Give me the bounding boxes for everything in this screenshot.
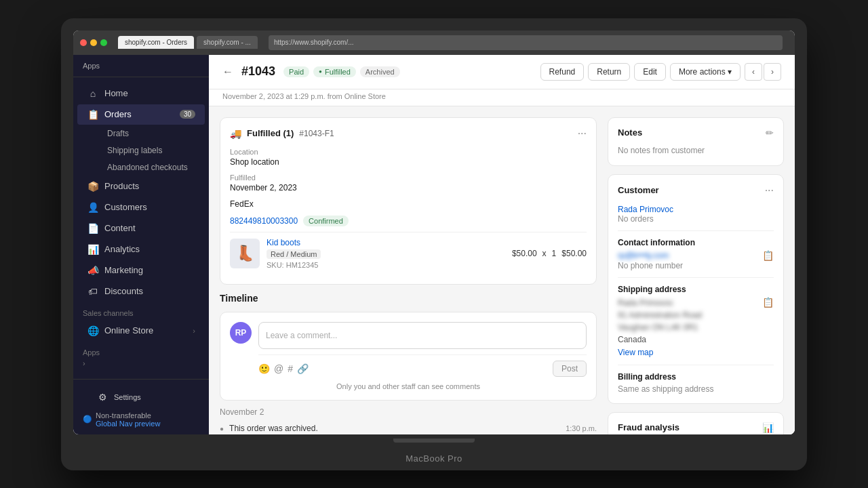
nav-arrows: ‹ › [745, 63, 781, 81]
close-dot[interactable] [80, 39, 87, 46]
at-icon[interactable]: @ [274, 363, 283, 374]
content-icon: 📄 [87, 223, 99, 234]
sidebar-item-analytics[interactable]: 📊 Analytics [77, 239, 205, 260]
back-button[interactable]: ← [222, 66, 233, 78]
timeline-event-row: ● This order was archived. 1:30 p.m. [220, 420, 597, 434]
shipping-name: Rada Primovoc [618, 297, 702, 309]
timeline-time: 1:30 p.m. [566, 424, 597, 432]
minimize-dot[interactable] [90, 39, 97, 46]
customer-orders: No orders [618, 214, 774, 224]
shipping-section-title: Shipping address [618, 285, 774, 294]
fulfillment-id: #1043-F1 [299, 129, 334, 138]
main-content: ← #1043 Paid Fulfilled Archived Refund R… [209, 55, 795, 434]
sales-channels-label: Sales channels [73, 302, 209, 320]
customer-email[interactable]: rp@k•••ly.com [618, 251, 669, 260]
sidebar-item-shipping-labels[interactable]: Shipping labels [100, 142, 205, 159]
settings-icon: ⚙ [96, 392, 108, 403]
location-row: Location Shop location [230, 148, 587, 167]
sidebar-label-products: Products [104, 181, 195, 191]
carrier-row: FedEx [230, 199, 587, 209]
action-buttons: Refund Return Edit More actions ▾ ‹ › [540, 63, 781, 81]
sidebar-label-drafts: Drafts [107, 129, 198, 138]
attachment-icon[interactable]: 🔗 [297, 363, 309, 374]
edit-button[interactable]: Edit [634, 63, 666, 81]
maximize-dot[interactable] [100, 39, 107, 46]
non-transferable-label: Non-transferable [96, 411, 160, 420]
sidebar-label-abandoned: Abandoned checkouts [107, 163, 198, 172]
sidebar-item-online-store[interactable]: 🌐 Online Store › [77, 321, 205, 341]
sidebar-item-discounts[interactable]: 🏷 Discounts [77, 281, 205, 302]
fraud-report-icon[interactable]: 📊 [762, 422, 774, 433]
next-order-button[interactable]: › [764, 63, 781, 81]
products-icon: 📦 [87, 181, 99, 192]
product-details: Kid boots Red / Medium SKU: HM12345 [267, 238, 505, 269]
fulfilled-badge: Fulfilled [313, 66, 356, 77]
product-image: 👢 [230, 239, 260, 268]
sidebar-item-drafts[interactable]: Drafts [100, 125, 205, 142]
carrier-name: FedEx [230, 199, 587, 209]
browser-tabs: shopify.com - Orders shopify.com - ... [118, 36, 258, 49]
product-pricing: $50.00 x 1 $50.00 [512, 249, 587, 258]
refund-button[interactable]: Refund [540, 63, 585, 81]
apps-expand[interactable]: › [73, 359, 209, 370]
more-actions-label: More actions [679, 67, 726, 77]
discounts-icon: 🏷 [87, 286, 99, 297]
billing-section-title: Billing address [618, 372, 774, 382]
home-icon: ⌂ [87, 88, 99, 99]
edit-icon[interactable]: ✏ [766, 127, 774, 138]
prev-order-button[interactable]: ‹ [745, 63, 762, 81]
chevron-down-icon: ▾ [728, 67, 732, 77]
tracking-row: 882449810003300 Confirmed [230, 216, 587, 226]
location-value: Shop location [230, 157, 587, 167]
fulfilled-card-menu[interactable]: ··· [578, 127, 587, 140]
order-subtitle: November 2, 2023 at 1:29 p.m. from Onlin… [222, 92, 386, 100]
return-button[interactable]: Return [588, 63, 630, 81]
comment-box: RP Leave a comment... [230, 322, 587, 349]
global-nav-label: Global Nav preview [96, 420, 160, 428]
sidebar-item-home[interactable]: ⌂ Home [77, 83, 205, 104]
timeline-card: RP Leave a comment... 🙂 @ # 🔗 [220, 312, 597, 401]
emoji-icon[interactable]: 🙂 [258, 363, 270, 374]
sidebar-item-settings[interactable]: ⚙ Settings [87, 387, 195, 407]
sidebar-label-shipping: Shipping labels [107, 146, 198, 155]
online-store-icon: 🌐 [87, 325, 99, 336]
notes-title: Notes [618, 127, 642, 138]
sidebar-item-customers[interactable]: 👤 Customers [77, 197, 205, 218]
tab-active[interactable]: shopify.com - Orders [118, 36, 194, 49]
copy-email-icon[interactable]: 📋 [762, 250, 774, 261]
archived-badge: Archived [360, 66, 400, 77]
sidebar-item-abandoned[interactable]: Abandoned checkouts [100, 159, 205, 176]
customer-card: Customer ··· Rada Primovoc No orders Con… [608, 174, 784, 404]
product-item: 👢 Kid boots Red / Medium SKU: HM12345 $5… [230, 232, 587, 274]
customer-name[interactable]: Rada Primovoc [618, 205, 774, 214]
copy-address-icon[interactable]: 📋 [762, 297, 774, 308]
sidebar-item-products[interactable]: 📦 Products [77, 176, 205, 197]
hashtag-icon[interactable]: # [288, 363, 293, 374]
sidebar-item-marketing[interactable]: 📣 Marketing [77, 260, 205, 281]
more-actions-button[interactable]: More actions ▾ [670, 63, 741, 81]
fraud-card-header: Fraud analysis 📊 [618, 422, 774, 433]
page-header: ← #1043 Paid Fulfilled Archived Refund R… [209, 55, 795, 89]
sidebar-item-orders[interactable]: 📋 Orders 30 [77, 104, 205, 125]
sidebar: Apps ⌂ Home 📋 Orders 30 Drafts [73, 55, 209, 434]
post-button[interactable]: Post [553, 361, 587, 377]
shipping-country: Canada [618, 333, 702, 346]
laptop-label: MacBook Pro [73, 447, 795, 470]
tab-inactive[interactable]: shopify.com - ... [197, 36, 258, 49]
sidebar-item-content[interactable]: 📄 Content [77, 218, 205, 239]
timeline-bullet: ● [220, 425, 224, 432]
orders-icon: 📋 [87, 109, 99, 120]
fraud-card: Fraud analysis 📊 This type of order is e… [608, 412, 784, 434]
tracking-link[interactable]: 882449810003300 [230, 216, 298, 226]
comment-input[interactable]: Leave a comment... [258, 322, 587, 349]
shipping-address: Rada Primovoc 91 Administration Road Vau… [618, 297, 702, 346]
non-transferable-nav[interactable]: 🔵 Non-transferable Global Nav preview [83, 411, 199, 428]
customer-menu[interactable]: ··· [765, 184, 774, 197]
sidebar-logo: Apps [73, 55, 209, 77]
product-name[interactable]: Kid boots [267, 238, 505, 247]
view-map-link[interactable]: View map [618, 348, 653, 357]
billing-same-text: Same as shipping address [618, 384, 774, 394]
browser-chrome: shopify.com - Orders shopify.com - ... h… [73, 30, 795, 55]
truck-icon: 🚚 [230, 128, 241, 139]
url-bar[interactable]: https://www.shopify.com/... [269, 35, 783, 50]
